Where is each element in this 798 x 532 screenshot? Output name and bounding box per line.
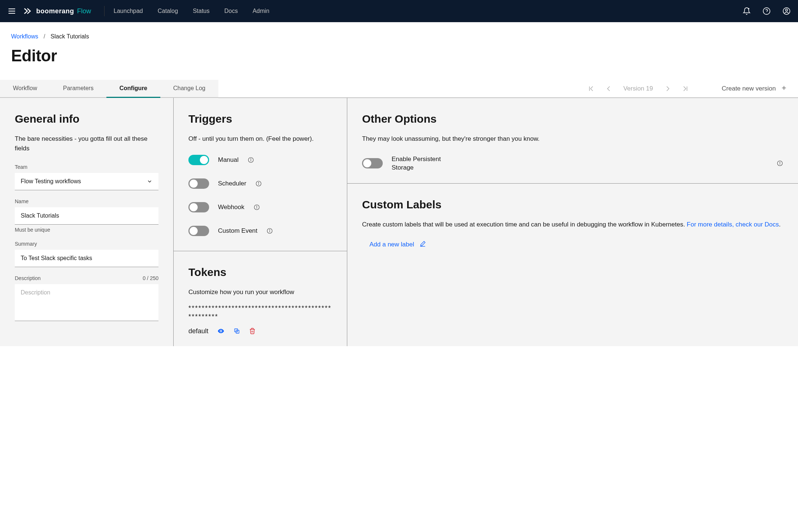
tokens-heading: Tokens [188, 266, 332, 279]
tabs-list: Workflow Parameters Configure Change Log [0, 80, 218, 98]
custom-labels-panel: Custom Labels Create custom labels that … [347, 183, 798, 260]
token-row: default [188, 327, 332, 335]
other-options-desc: They may look unassuming, but they're st… [362, 134, 783, 144]
general-info-panel: General info The bare necessities - you … [0, 98, 174, 346]
tokens-panel: Tokens Customize how you run your workfl… [174, 251, 347, 346]
create-version-label: Create new version [722, 85, 776, 92]
trigger-custom-row: Custom Event [188, 226, 332, 236]
team-label: Team [15, 164, 158, 170]
boomerang-logo-icon [24, 8, 33, 14]
tab-configure[interactable]: Configure [106, 80, 160, 98]
trigger-scheduler-toggle[interactable] [188, 178, 209, 189]
hamburger-menu-icon[interactable] [7, 7, 16, 16]
nav-status[interactable]: Status [193, 8, 209, 14]
next-version-icon[interactable] [664, 85, 671, 92]
name-label: Name [15, 198, 158, 204]
trigger-scheduler-row: Scheduler [188, 178, 332, 189]
trigger-custom-label: Custom Event [218, 227, 258, 235]
middle-column: Triggers Off - until you turn them on. (… [174, 98, 347, 346]
description-counter: 0 / 250 [143, 275, 158, 281]
triggers-panel: Triggers Off - until you turn them on. (… [174, 98, 347, 251]
right-column: Other Options They may look unassuming, … [347, 98, 798, 346]
trigger-manual-toggle[interactable] [188, 155, 209, 165]
info-icon[interactable] [255, 180, 262, 187]
svg-point-20 [256, 206, 257, 206]
prev-version-icon[interactable] [606, 85, 612, 92]
other-options-panel: Other Options They may look unassuming, … [347, 98, 798, 183]
svg-point-23 [269, 229, 270, 230]
persistent-storage-row: Enable Persistent Storage [362, 155, 783, 173]
trigger-webhook-row: Webhook [188, 202, 332, 212]
info-icon[interactable] [248, 157, 254, 163]
trigger-manual-row: Manual [188, 155, 332, 165]
user-avatar-icon[interactable] [782, 7, 791, 15]
custom-labels-heading: Custom Labels [362, 198, 783, 211]
version-controls: Version 19 [588, 85, 688, 92]
trigger-webhook-label: Webhook [218, 204, 245, 211]
tab-workflow[interactable]: Workflow [0, 80, 50, 98]
info-icon[interactable] [266, 228, 273, 234]
summary-field: Summary [15, 241, 158, 267]
svg-point-14 [250, 158, 251, 159]
page-header: Workflows / Slack Tutorials Editor [0, 22, 798, 72]
chevron-down-icon [147, 178, 153, 184]
svg-point-17 [258, 182, 259, 183]
team-value: Flow Testing workflows [21, 178, 81, 185]
delete-token-icon[interactable] [249, 328, 256, 334]
persistent-storage-label: Enable Persistent Storage [392, 155, 451, 173]
svg-point-7 [785, 9, 788, 11]
plus-icon [781, 85, 787, 93]
add-label-text: Add a new label [369, 241, 414, 248]
custom-labels-docs-link[interactable]: For more details, check our Docs [687, 221, 779, 228]
name-input[interactable] [15, 207, 158, 225]
nav-right-icons [743, 7, 791, 15]
custom-labels-desc: Create custom labels that will be used a… [362, 220, 783, 229]
tokens-desc: Customize how you run your workflow [188, 287, 332, 297]
token-label: default [188, 327, 208, 335]
nav-links: Launchpad Catalog Status Docs Admin [114, 8, 270, 14]
info-icon[interactable] [777, 160, 783, 167]
tab-change-log[interactable]: Change Log [160, 80, 218, 98]
summary-input[interactable] [15, 250, 158, 267]
other-options-heading: Other Options [362, 113, 783, 125]
brand-logo[interactable]: boomerang Flow [24, 7, 91, 15]
name-helper: Must be unique [15, 227, 158, 233]
breadcrumb-root[interactable]: Workflows [11, 33, 38, 40]
create-version-button[interactable]: Create new version [722, 85, 787, 93]
nav-docs[interactable]: Docs [224, 8, 238, 14]
token-mask: ****************************************… [188, 304, 332, 321]
nav-admin[interactable]: Admin [253, 8, 269, 14]
svg-point-24 [220, 331, 221, 332]
svg-point-29 [780, 162, 780, 163]
help-icon[interactable] [763, 7, 771, 15]
brand-name: boomerang [36, 7, 74, 15]
description-label: Description [15, 275, 41, 281]
view-token-icon[interactable] [217, 327, 225, 335]
nav-launchpad[interactable]: Launchpad [114, 8, 143, 14]
trigger-custom-toggle[interactable] [188, 226, 209, 236]
persistent-storage-toggle[interactable] [362, 158, 383, 168]
team-field: Team Flow Testing workflows [15, 164, 158, 190]
first-version-icon[interactable] [588, 85, 594, 92]
description-textarea[interactable] [15, 284, 158, 321]
trigger-webhook-toggle[interactable] [188, 202, 209, 212]
team-select[interactable]: Flow Testing workflows [15, 173, 158, 190]
general-info-desc: The bare necessities - you gotta fill ou… [15, 134, 158, 153]
product-name: Flow [77, 7, 91, 15]
tabs-bar: Workflow Parameters Configure Change Log… [0, 80, 798, 98]
name-field: Name Must be unique [15, 198, 158, 233]
add-label-button[interactable]: Add a new label [369, 241, 783, 249]
notifications-icon[interactable] [743, 7, 751, 15]
nav-divider [104, 6, 105, 16]
tab-parameters[interactable]: Parameters [50, 80, 107, 98]
last-version-icon[interactable] [682, 85, 689, 92]
breadcrumb: Workflows / Slack Tutorials [11, 33, 787, 40]
copy-token-icon[interactable] [233, 328, 240, 334]
info-icon[interactable] [253, 204, 260, 211]
version-label: Version 19 [623, 85, 653, 92]
summary-label: Summary [15, 241, 158, 247]
breadcrumb-separator: / [44, 33, 45, 40]
nav-catalog[interactable]: Catalog [158, 8, 178, 14]
edit-icon [419, 241, 426, 249]
description-field: Description 0 / 250 [15, 275, 158, 323]
